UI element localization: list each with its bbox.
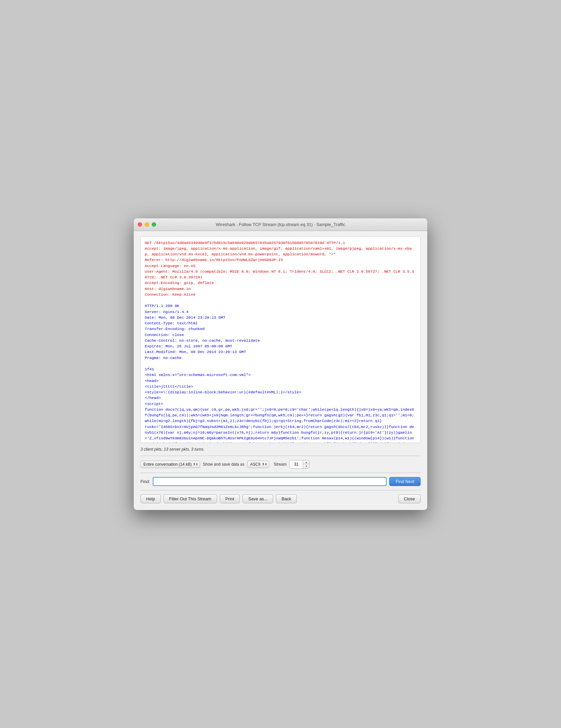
close-button[interactable]: Close: [398, 494, 421, 503]
stream-step-down[interactable]: ▼: [303, 464, 309, 468]
back-button[interactable]: Back: [276, 494, 297, 503]
window-title: Wireshark · Follow TCP Stream (tcp.strea…: [216, 222, 345, 227]
controls-row: Entire conversation (14 kB) ⬆⬇ Show and …: [140, 460, 421, 469]
help-button[interactable]: Help: [140, 494, 161, 503]
minimize-traffic-light[interactable]: [145, 222, 149, 227]
divider-3: [140, 490, 421, 490]
conversation-select[interactable]: Entire conversation (14 kB): [140, 461, 200, 468]
stream-label: Stream: [274, 462, 287, 467]
find-label: Find:: [140, 479, 150, 484]
stream-stepper: ▲ ▼: [303, 460, 309, 468]
wireshark-window: Wireshark · Follow TCP Stream (tcp.strea…: [134, 218, 427, 510]
maximize-traffic-light[interactable]: [152, 222, 156, 227]
print-button[interactable]: Print: [220, 494, 240, 503]
find-row: Find: Find Next: [140, 477, 421, 486]
stream-display[interactable]: GET /6ktpi5xo/4d0a65349d0e9f375d015c5a04…: [140, 236, 421, 443]
stream-number-input[interactable]: [290, 461, 303, 468]
save-as-button[interactable]: Save as...: [242, 494, 273, 503]
stats-line: 3 client pkts, 13 server pkts, 3 turns.: [140, 447, 421, 452]
bottom-buttons-row: Help Filter Out This Stream Print Save a…: [140, 494, 421, 505]
divider-2: [140, 473, 421, 473]
close-traffic-light[interactable]: [138, 222, 142, 227]
content-area: GET /6ktpi5xo/4d0a65349d0e9f375d015c5a04…: [134, 231, 427, 510]
encoding-dropdown-wrapper: ASCII ⬆⬇: [247, 461, 269, 468]
traffic-lights: [138, 222, 156, 227]
find-next-button[interactable]: Find Next: [389, 477, 421, 486]
show-save-label: Show and save data as: [203, 462, 244, 467]
conversation-dropdown-wrapper: Entire conversation (14 kB) ⬆⬇: [140, 461, 200, 468]
stats-text: 3 client pkts, 13 server pkts, 3 turns.: [140, 447, 204, 452]
titlebar: Wireshark · Follow TCP Stream (tcp.strea…: [134, 218, 427, 231]
filter-out-button[interactable]: Filter Out This Stream: [163, 494, 217, 503]
find-input[interactable]: [153, 477, 387, 486]
divider-1: [140, 456, 421, 456]
stream-number-wrapper: ▲ ▼: [289, 460, 310, 469]
stream-step-up[interactable]: ▲: [303, 460, 309, 464]
encoding-select[interactable]: ASCII: [247, 461, 269, 468]
